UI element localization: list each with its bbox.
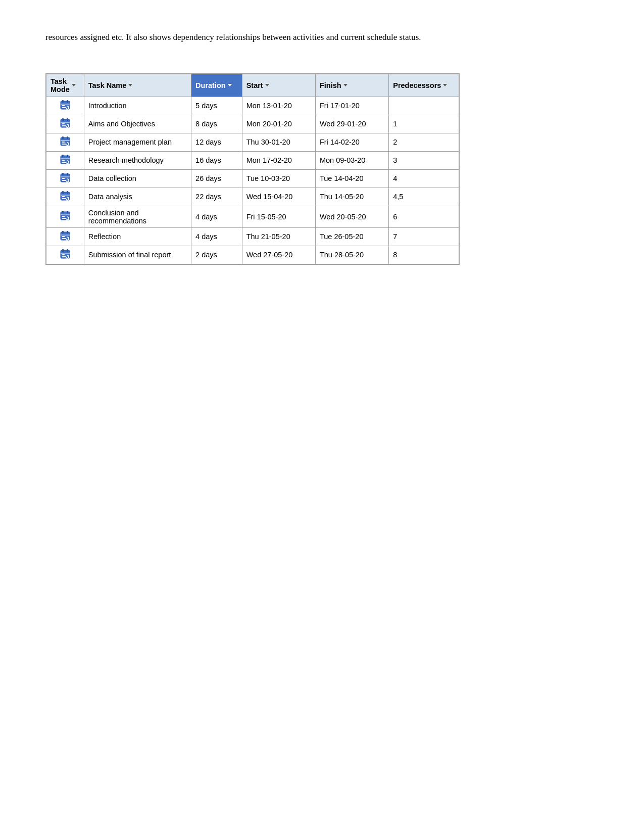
svg-rect-49 [62,249,64,252]
col-header-duration[interactable]: Duration [191,74,242,97]
predecessors-cell: 1 [389,115,459,133]
start-cell: Mon 13-01-20 [242,97,315,115]
table-header-row: TaskMode Task Name Duration [46,74,459,97]
svg-rect-22 [62,160,65,161]
task-name-cell: Submission of final report [84,246,191,264]
col-finish-label: Finish [320,81,341,89]
predecessors-cell: 7 [389,227,459,246]
task-name-cell: Reflection [84,227,191,246]
svg-rect-1 [62,100,64,103]
start-cell: Thu 21-05-20 [242,227,315,246]
task-name-cell: Research methodology [84,151,191,169]
task-name-cell: Introduction [84,97,191,115]
svg-rect-40 [62,216,65,217]
start-cell: Wed 27-05-20 [242,246,315,264]
svg-rect-20 [67,155,68,157]
svg-rect-7 [62,118,64,121]
col-task-name-label: Task Name [88,81,127,89]
col-header-task-name[interactable]: Task Name [84,74,191,97]
task-name-cell: Project management plan [84,133,191,151]
task-mode-cell [46,188,84,206]
finish-cell: Fri 17-01-20 [315,97,388,115]
svg-rect-13 [62,136,64,139]
task-name-cell: Aims and Objectives [84,115,191,133]
svg-rect-34 [62,196,65,197]
svg-rect-31 [62,191,64,194]
svg-rect-44 [67,231,68,234]
finish-cell: Fri 14-02-20 [315,133,388,151]
svg-rect-29 [62,180,66,181]
predecessors-cell: 4 [389,169,459,188]
start-cell: Thu 30-01-20 [242,133,315,151]
table-row: Submission of final report2 daysWed 27-0… [46,246,459,264]
table-row: Project management plan12 daysThu 30-01-… [46,133,459,151]
sort-arrow-task-name [128,84,132,86]
svg-rect-50 [67,249,68,252]
predecessors-cell: 4,5 [389,188,459,206]
task-mode-cell [46,246,84,264]
sort-arrow-start [265,84,269,86]
duration-cell: 22 days [191,188,242,206]
svg-rect-47 [62,238,66,239]
svg-rect-26 [67,173,68,175]
sort-arrow-finish [343,84,348,86]
table-row: Conclusion and recommendations4 daysFri … [46,206,459,227]
svg-rect-52 [62,254,65,255]
svg-rect-46 [62,236,65,237]
duration-cell: 26 days [191,169,242,188]
col-header-task-mode[interactable]: TaskMode [46,74,84,97]
task-mode-cell [46,151,84,169]
task-mode-cell [46,133,84,151]
svg-rect-10 [62,123,65,124]
start-cell: Tue 10-03-20 [242,169,315,188]
svg-rect-5 [62,107,66,108]
col-header-start[interactable]: Start [242,74,315,97]
task-mode-icon [60,172,71,183]
duration-cell: 4 days [191,227,242,246]
finish-cell: Thu 14-05-20 [315,188,388,206]
task-name-cell: Data collection [84,169,191,188]
col-header-predecessors[interactable]: Predecessors [389,74,459,97]
svg-rect-16 [62,142,65,143]
col-header-finish[interactable]: Finish [315,74,388,97]
svg-rect-35 [62,198,66,199]
predecessors-cell: 3 [389,151,459,169]
table-row: Research methodology16 daysMon 17-02-20M… [46,151,459,169]
svg-rect-41 [62,218,66,219]
duration-cell: 5 days [191,97,242,115]
task-mode-cell [46,206,84,227]
table-row: Aims and Objectives8 daysMon 20-01-20Wed… [46,115,459,133]
sort-arrow-duration [228,84,232,86]
duration-cell: 4 days [191,206,242,227]
task-mode-icon [60,136,71,147]
predecessors-cell: 2 [389,133,459,151]
intro-paragraph: resources assigned etc. It also shows de… [45,30,599,45]
task-mode-cell [46,169,84,188]
task-mode-cell [46,115,84,133]
finish-cell: Tue 14-04-20 [315,169,388,188]
start-cell: Mon 20-01-20 [242,115,315,133]
svg-rect-14 [67,136,68,139]
svg-rect-11 [62,125,66,126]
start-cell: Fri 15-05-20 [242,206,315,227]
task-mode-icon [60,118,71,129]
svg-rect-32 [67,191,68,194]
predecessors-cell: 6 [389,206,459,227]
finish-cell: Tue 26-05-20 [315,227,388,246]
task-mode-icon [60,249,71,260]
svg-rect-28 [62,178,65,179]
duration-cell: 16 days [191,151,242,169]
svg-rect-43 [62,231,64,234]
sort-arrow-task-mode [72,84,76,86]
finish-cell: Wed 29-01-20 [315,115,388,133]
predecessors-cell: 8 [389,246,459,264]
duration-cell: 12 days [191,133,242,151]
task-mode-icon [60,210,71,221]
sort-arrow-predecessors [443,84,447,86]
table-row: Data collection26 daysTue 10-03-20Tue 14… [46,169,459,188]
table-row: Introduction5 daysMon 13-01-20Fri 17-01-… [46,97,459,115]
start-cell: Mon 17-02-20 [242,151,315,169]
col-start-label: Start [246,81,263,89]
task-mode-icon [60,154,71,165]
svg-rect-53 [62,256,66,257]
